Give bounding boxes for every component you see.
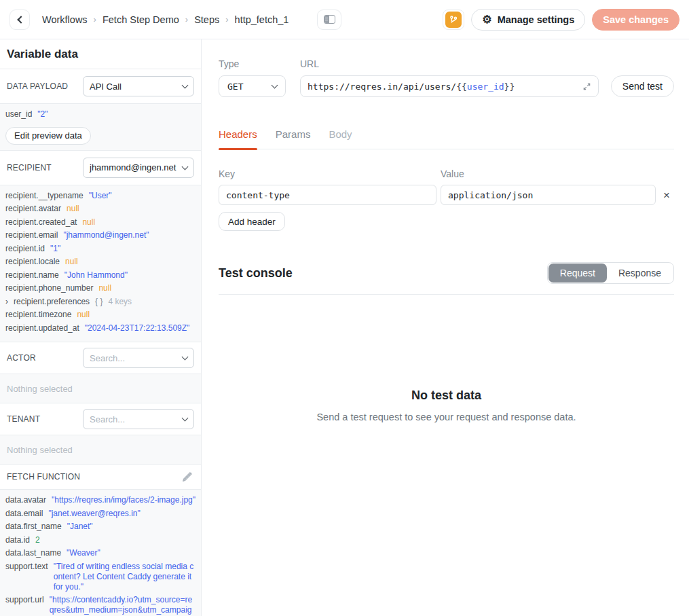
panel-layout-icon	[324, 15, 335, 24]
data-row: recipient.__typename"User"	[5, 191, 195, 201]
tab-body[interactable]: Body	[329, 128, 352, 149]
save-changes-label: Save changes	[603, 14, 669, 25]
data-row: recipient.created_atnull	[5, 217, 195, 228]
tenant-empty-text: Nothing selected	[7, 445, 73, 455]
tab-headers[interactable]: Headers	[219, 128, 257, 149]
expand-chevron-icon[interactable]: ›	[5, 297, 8, 307]
manage-settings-button[interactable]: ⚙ Manage settings	[471, 9, 585, 31]
data-key: support.url	[5, 595, 44, 616]
breadcrumb-separator: ›	[94, 14, 96, 24]
data-value: "1"	[50, 244, 60, 254]
console-divider	[219, 294, 674, 295]
data-row: recipient.avatarnull	[5, 204, 195, 214]
data-key: recipient.name	[5, 270, 59, 280]
data-value: "jhammond@ingen.net"	[63, 230, 149, 240]
gear-icon: ⚙	[482, 14, 491, 25]
variable-data-sidebar: Variable data DATA PAYLOAD API Call user…	[0, 39, 202, 616]
data-value: null	[67, 204, 79, 214]
data-row: support.url"https://contentcaddy.io?utm_…	[5, 595, 195, 616]
data-value: "John Hammond"	[64, 270, 128, 280]
recipient-row: RECIPIENT jhammond@ingen.net	[0, 151, 201, 185]
toggle-response[interactable]: Response	[607, 264, 673, 283]
data-row: data.email"janet.weaver@reqres.in"	[5, 509, 195, 519]
data-row: recipient.localenull	[5, 257, 195, 267]
data-key: recipient.id	[5, 244, 45, 254]
recipient-label: RECIPIENT	[7, 163, 52, 173]
remove-header-button[interactable]: ×	[659, 187, 674, 202]
header-value-input[interactable]	[441, 185, 656, 205]
breadcrumb-workflows[interactable]: Workflows	[42, 14, 88, 25]
chevron-down-icon	[182, 354, 189, 361]
breadcrumb-separator: ›	[185, 14, 188, 24]
chevron-down-icon	[182, 163, 189, 170]
data-row: data.last_name"Weaver"	[5, 548, 195, 558]
data-key: data.email	[5, 509, 43, 519]
data-row: data.id2	[5, 535, 195, 545]
chevron-left-icon	[17, 16, 24, 23]
recipient-selected: jhammond@ingen.net	[90, 162, 176, 173]
data-key: recipient.email	[5, 230, 58, 240]
tenant-search-placeholder: Search...	[90, 414, 125, 424]
data-key: recipient.avatar	[5, 204, 61, 214]
data-value: null	[82, 217, 95, 228]
data-row: recipient.id"1"	[5, 244, 195, 254]
edit-pencil-icon[interactable]	[181, 470, 194, 484]
tenant-search-select[interactable]: Search...	[83, 409, 194, 429]
edit-preview-data-button[interactable]: Edit preview data	[5, 127, 91, 145]
data-key: recipient.__typename	[5, 191, 83, 201]
key-label: Key	[219, 168, 436, 179]
breadcrumb-workflow-name[interactable]: Fetch Step Demo	[103, 14, 179, 25]
data-row[interactable]: ›recipient.preferences{ }4 keys	[5, 297, 195, 307]
tenant-label: TENANT	[7, 414, 40, 424]
fetch-function-data-list: data.avatar"https://reqres.in/img/faces/…	[5, 495, 195, 616]
fetch-function-label: FETCH FUNCTION	[7, 472, 80, 482]
chevron-down-icon	[272, 82, 278, 89]
sidebar-toggle-button[interactable]	[317, 10, 341, 30]
breadcrumb-separator: ›	[225, 14, 228, 24]
data-payload-select[interactable]: API Call	[83, 76, 194, 96]
payload-preview-panel: user_id"2" Edit preview data	[0, 104, 201, 151]
breadcrumb-steps[interactable]: Steps	[194, 14, 219, 25]
url-label: URL	[300, 58, 599, 69]
request-response-toggle: Request Response	[547, 262, 674, 284]
data-row: data.first_name"Janet"	[5, 522, 195, 532]
header-editor-row: ×	[219, 185, 674, 205]
add-header-button[interactable]: Add header	[219, 212, 285, 231]
request-config-row: Type GET URL https://reqres.in/api/users…	[219, 58, 674, 97]
data-key: recipient.phone_number	[5, 283, 93, 293]
manage-settings-label: Manage settings	[498, 14, 575, 25]
tenant-empty-panel: Nothing selected	[0, 435, 201, 465]
data-value: "2024-04-23T17:22:13.509Z"	[85, 323, 190, 333]
data-value: "Tired of writing endless social media c…	[54, 562, 195, 592]
empty-state-title: No test data	[219, 388, 674, 403]
workflow-status-button[interactable]	[443, 10, 464, 30]
tenant-row: TENANT Search...	[0, 403, 201, 435]
send-test-button[interactable]: Send test	[611, 75, 674, 97]
top-bar: Workflows › Fetch Step Demo › Steps › ht…	[0, 0, 689, 39]
url-input[interactable]: https://reqres.in/api/users/{{user_id}}	[300, 75, 599, 97]
url-value: https://reqres.in/api/users/{{user_id}}	[308, 81, 577, 92]
recipient-data-list: recipient.__typename"User"recipient.avat…	[5, 191, 195, 333]
tab-params[interactable]: Params	[276, 128, 311, 149]
header-key-input[interactable]	[219, 185, 436, 205]
data-key: user_id	[5, 109, 32, 120]
data-key: recipient.locale	[5, 257, 60, 267]
actor-empty-panel: Nothing selected	[0, 374, 201, 403]
recipient-select[interactable]: jhammond@ingen.net	[83, 158, 194, 178]
back-button[interactable]	[10, 10, 30, 30]
chevron-down-icon	[182, 82, 189, 89]
data-key: recipient.updated_at	[5, 323, 79, 333]
fetch-function-row: FETCH FUNCTION	[0, 465, 201, 490]
data-row: support.text"Tired of writing endless so…	[5, 562, 195, 592]
save-changes-button[interactable]: Save changes	[592, 9, 679, 31]
toggle-request[interactable]: Request	[548, 264, 607, 283]
test-console-title: Test console	[219, 266, 293, 280]
data-value: null	[65, 257, 78, 267]
method-select[interactable]: GET	[219, 75, 286, 97]
actor-search-select[interactable]: Search...	[83, 348, 194, 368]
sidebar-title: Variable data	[0, 39, 201, 69]
data-row: recipient.timezonenull	[5, 310, 195, 320]
actor-label: ACTOR	[7, 353, 36, 363]
expand-icon[interactable]	[582, 82, 591, 91]
data-row: data.avatar"https://reqres.in/img/faces/…	[5, 495, 195, 505]
